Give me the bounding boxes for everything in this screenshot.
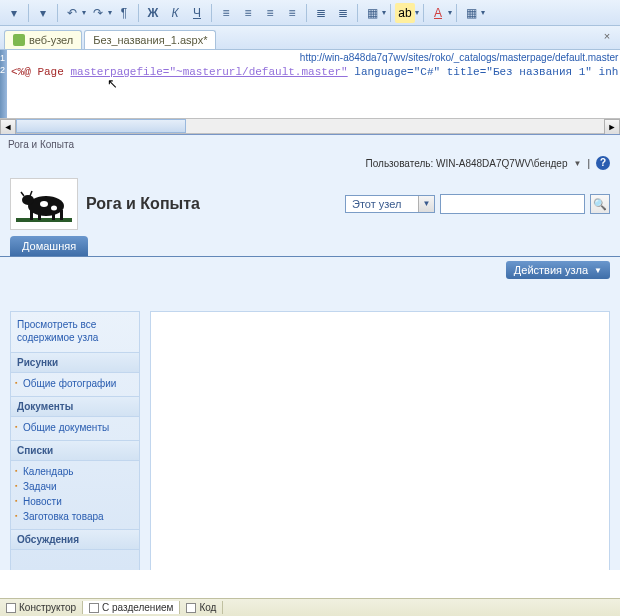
search-scope-select[interactable]: Этот узел▼ [345, 195, 435, 213]
user-dropdown[interactable]: ▼ [573, 159, 581, 168]
content-placeholder[interactable] [150, 311, 610, 570]
nav-section-lists[interactable]: Списки [11, 440, 139, 461]
hscroll-track[interactable] [16, 119, 604, 133]
close-tab-button[interactable]: × [600, 30, 614, 44]
redo-button[interactable]: ↷ [88, 3, 108, 23]
nav-item-news[interactable]: Новости [11, 494, 139, 509]
undo-dropdown[interactable]: ▾ [82, 8, 86, 17]
highlight-button[interactable]: ab [395, 3, 415, 23]
nav-item-calendar[interactable]: Календарь [11, 464, 139, 479]
line-gutter: 12 [0, 50, 7, 118]
view-all-content-link[interactable]: Просмотреть все содержимое узла [11, 312, 139, 352]
svg-rect-2 [30, 210, 33, 220]
italic-button[interactable]: К [165, 3, 185, 23]
bullet-list-button[interactable]: ≣ [311, 3, 331, 23]
borders-button[interactable]: ▦ [362, 3, 382, 23]
hscroll-left[interactable]: ◄ [0, 119, 16, 135]
nav-section-discussions[interactable]: Обсуждения [11, 529, 139, 550]
hscroll-right[interactable]: ► [604, 119, 620, 135]
quick-launch: Просмотреть все содержимое узла Рисунки … [10, 311, 140, 570]
underline-button[interactable]: Ч [187, 3, 207, 23]
site-title: Рога и Копыта [86, 195, 200, 213]
font-color-button[interactable]: A [428, 3, 448, 23]
breadcrumb: Рога и Копыта [0, 135, 620, 154]
bold-button[interactable]: Ж [143, 3, 163, 23]
svg-rect-4 [52, 212, 55, 220]
redo-dropdown[interactable]: ▾ [108, 8, 112, 17]
tab-home[interactable]: Домашняя [10, 236, 88, 256]
search-input[interactable] [440, 194, 585, 214]
undo-button[interactable]: ↶ [62, 3, 82, 23]
number-list-button[interactable]: ≣ [333, 3, 353, 23]
nav-section-pictures[interactable]: Рисунки [11, 352, 139, 373]
site-icon [13, 34, 25, 46]
nav-item-stock[interactable]: Заготовка товара [11, 509, 139, 524]
toolbar-dropdown[interactable]: ▾ [4, 3, 24, 23]
align-right-button[interactable]: ≡ [260, 3, 280, 23]
view-designer-button[interactable]: Конструктор [0, 601, 83, 614]
nav-item-shared-pictures[interactable]: Общие фотографии [11, 376, 139, 391]
site-actions-menu[interactable]: Действия узла▼ [506, 261, 610, 279]
search-button[interactable]: 🔍 [590, 194, 610, 214]
align-center-button[interactable]: ≡ [238, 3, 258, 23]
paragraph-button[interactable]: ¶ [114, 3, 134, 23]
site-logo [10, 178, 78, 230]
svg-point-7 [40, 201, 48, 207]
svg-point-8 [51, 206, 57, 211]
cow-icon [16, 184, 72, 224]
help-icon[interactable]: ? [596, 156, 610, 170]
toolbar-dropdown[interactable]: ▾ [33, 3, 53, 23]
align-justify-button[interactable]: ≡ [282, 3, 302, 23]
svg-rect-0 [16, 218, 72, 222]
insert-table-button[interactable]: ▦ [461, 3, 481, 23]
hscroll-thumb[interactable] [16, 119, 186, 133]
svg-rect-5 [60, 210, 63, 220]
nav-item-shared-docs[interactable]: Общие документы [11, 420, 139, 435]
nav-item-tasks[interactable]: Задачи [11, 479, 139, 494]
nav-section-documents[interactable]: Документы [11, 396, 139, 417]
svg-point-6 [22, 195, 34, 205]
svg-rect-3 [38, 212, 41, 220]
file-tab-page[interactable]: Без_названия_1.aspx* [84, 30, 216, 49]
align-left-button[interactable]: ≡ [216, 3, 236, 23]
mouse-cursor: ↖ [107, 76, 118, 91]
masterpage-url-hint: http://win-a848da7q7wv/sites/roko/_catal… [300, 50, 619, 65]
file-tab-site[interactable]: веб-узел [4, 30, 82, 49]
view-code-button[interactable]: Код [180, 601, 223, 614]
user-label: Пользователь: WIN-A848DA7Q7WV\бендер [366, 158, 568, 169]
view-split-button[interactable]: С разделением [83, 601, 180, 614]
